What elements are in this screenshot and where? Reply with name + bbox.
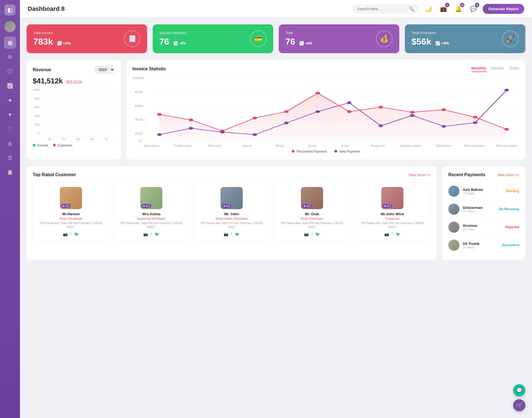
facebook-icon-3[interactable]: f <box>311 232 313 236</box>
svg-text:May: May <box>276 144 284 147</box>
social-icons-3: 📷 f 🐦 <box>277 232 347 236</box>
payment-item-1: Griezerman 24 Years On Recovery <box>448 200 519 218</box>
expense-dot <box>53 144 56 147</box>
stat-value-promo: $56k 📈 +4% <box>411 37 449 47</box>
twitter-icon-2[interactable]: 🐦 <box>235 232 240 236</box>
payments-view-more[interactable]: View more >> <box>497 173 519 177</box>
payment-name-3: Uli Trumb <box>463 242 499 246</box>
revenue-title: Revenue <box>33 67 51 72</box>
svg-text:January: January <box>143 144 159 147</box>
tab-weekly[interactable]: Weekly <box>491 66 504 72</box>
svg-text:December: December <box>496 144 517 147</box>
svg-text:September: September <box>400 144 422 147</box>
sidebar-item-saved[interactable]: ♡ <box>4 123 16 135</box>
new-payment-dot <box>473 121 477 124</box>
instagram-icon-3[interactable]: 📷 <box>304 232 309 236</box>
recovered-dot <box>504 128 509 131</box>
analytics-icon: 📈 <box>7 83 13 89</box>
invoice-title: Invoice Statistic <box>132 66 166 71</box>
printer-icon: 🖨 <box>7 141 12 147</box>
sidebar-logo[interactable]: ◧ <box>4 4 16 16</box>
twitter-icon-4[interactable]: 🐦 <box>396 232 400 236</box>
line-chart-legend: Recovered Payment New Payment <box>132 150 519 153</box>
rating-badge-3: ★ 4.2 <box>302 204 312 208</box>
bar-chart-x-axis: 06 07 08 09 10 <box>41 136 115 141</box>
payment-status-2: Rejected <box>505 225 519 229</box>
rating-badge-1: ★ 4.2 <box>141 204 151 208</box>
facebook-icon-2[interactable]: f <box>231 232 232 236</box>
search-input[interactable] <box>357 7 407 11</box>
year-select[interactable]: 2023 2022 2021 <box>94 66 115 73</box>
payment-age-1: 24 Years <box>463 210 495 213</box>
search-icon: 🔍 <box>409 6 415 12</box>
chat-icon[interactable]: 💬 5 <box>468 4 478 14</box>
customer-role-0: React Developer <box>36 217 106 220</box>
social-icons-1: 📷 f 🐦 <box>116 232 186 236</box>
sidebar-item-menu[interactable]: ☰ <box>4 152 16 164</box>
search-container[interactable]: 🔍 <box>352 4 419 14</box>
support-float-btn[interactable]: 💬 <box>513 384 525 396</box>
svg-text:February: February <box>174 144 192 147</box>
info-icon: ⓘ <box>7 68 12 75</box>
generate-report-button[interactable]: Generate Report <box>483 4 524 14</box>
recovered-dot <box>378 106 383 109</box>
tab-today[interactable]: Today <box>509 66 519 72</box>
recovered-dot <box>410 111 415 114</box>
recovered-dot <box>189 119 193 121</box>
instagram-icon-4[interactable]: 📷 <box>384 232 389 236</box>
chat-badge: 5 <box>475 3 479 7</box>
sidebar-item-analytics[interactable]: 📈 <box>4 80 16 92</box>
income-legend: Income <box>33 143 48 147</box>
recovered-dot <box>473 116 477 119</box>
sidebar-item-notes[interactable]: 📋 <box>4 166 16 178</box>
svg-text:600: 600 <box>135 104 143 107</box>
svg-text:March: March <box>208 144 221 147</box>
sidebar-item-info[interactable]: ⓘ <box>4 65 16 78</box>
invoice-tabs: Monthly Weekly Today <box>471 66 519 72</box>
wallet-icon[interactable]: 💼 2 <box>438 4 448 14</box>
sidebar-item-liked[interactable]: ♥ <box>4 109 16 121</box>
customer-card-4: ★ 4.2 Mr.John Wick Freelancer 795 Folsom… <box>354 182 431 241</box>
bell-icon[interactable]: 🔔 12 <box>453 4 463 14</box>
new-payment-dot <box>378 124 383 127</box>
customer-address-4: 795 Folsom Ave, Suite 600 San Francisco,… <box>357 221 428 229</box>
payment-avatar-3 <box>448 240 459 251</box>
stat-icon-total: 💰 <box>376 30 393 47</box>
customer-address-3: 795 Folsom Ave, Suite 600 San Francisco,… <box>277 221 347 229</box>
cart-float-btn[interactable]: 🛒 <box>513 399 525 411</box>
gear-icon: ⚙ <box>8 54 12 60</box>
sidebar-item-settings[interactable]: ⚙ <box>4 51 16 63</box>
charts-row: Revenue 2023 2022 2021 $41,512k $25,612k… <box>27 60 525 160</box>
customer-address-0: 795 Folsom Ave, Suite 600 San Francisco,… <box>36 221 106 229</box>
tab-monthly[interactable]: Monthly <box>471 66 486 72</box>
facebook-icon-0[interactable]: f <box>70 232 71 236</box>
new-payment-dot <box>157 133 162 136</box>
recovered-dot <box>441 108 446 111</box>
sidebar-item-print[interactable]: 🖨 <box>4 137 16 150</box>
new-payment-legend: New Payment <box>334 150 360 153</box>
recovered-dot <box>252 117 257 119</box>
twitter-icon-1[interactable]: 🐦 <box>155 232 159 236</box>
social-icons-0: 📷 f 🐦 <box>36 232 106 236</box>
twitter-icon-0[interactable]: 🐦 <box>74 232 79 236</box>
facebook-icon-1[interactable]: f <box>151 232 152 236</box>
new-payment-dot <box>410 114 415 117</box>
sidebar-item-dashboard[interactable]: ▦ <box>4 37 16 49</box>
new-payment-dot <box>347 101 351 104</box>
twitter-icon-3[interactable]: 🐦 <box>315 232 320 236</box>
customer-name-3: Mr. Osib <box>277 212 347 216</box>
facebook-icon-4[interactable]: f <box>392 232 393 236</box>
sidebar-item-favorites[interactable]: ★ <box>4 94 16 106</box>
avatar[interactable] <box>4 21 16 32</box>
revenue-amount: $41,512k <box>33 77 63 85</box>
customers-view-more[interactable]: View more >> <box>408 173 431 177</box>
new-payment-dot <box>316 110 320 113</box>
instagram-icon-0[interactable]: 📷 <box>63 232 68 236</box>
dark-mode-icon[interactable]: 🌙 <box>423 4 433 14</box>
svg-text:1000: 1000 <box>132 76 144 80</box>
rating-badge-4: ★ 4.2 <box>382 204 392 208</box>
customer-card-0: ★ 4.2 Mr.Hariom React Developer 795 Fols… <box>33 182 109 241</box>
instagram-icon-1[interactable]: 📷 <box>143 232 148 236</box>
instagram-icon-2[interactable]: 📷 <box>224 232 228 236</box>
svg-text:0: 0 <box>139 139 142 142</box>
